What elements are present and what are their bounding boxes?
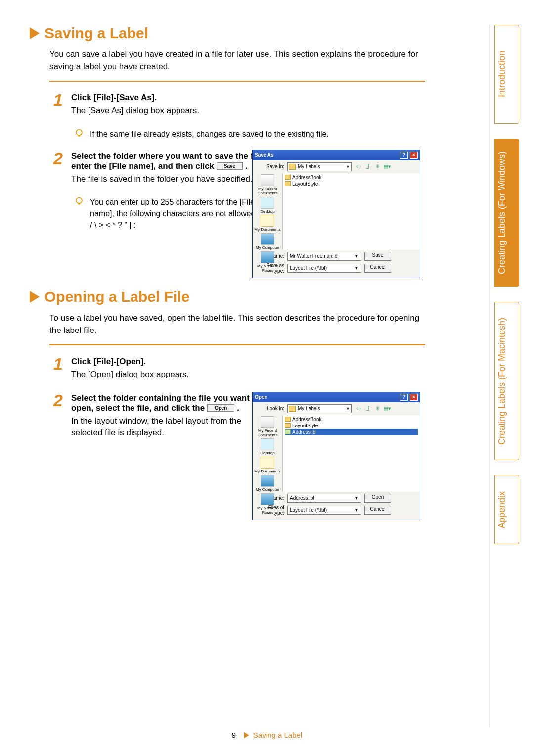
tip-text: You can enter up to 255 characters for t… bbox=[90, 196, 272, 231]
close-icon[interactable]: × bbox=[410, 152, 418, 159]
place-documents[interactable]: My Documents bbox=[254, 457, 280, 474]
dialog-titlebar: Save As ? × bbox=[253, 150, 420, 160]
close-icon[interactable]: × bbox=[410, 394, 418, 401]
back-icon[interactable]: ⇦ bbox=[355, 163, 362, 171]
new-folder-icon[interactable]: ✳ bbox=[373, 405, 381, 413]
list-item[interactable]: AddressBook bbox=[285, 416, 418, 423]
places-bar: My Recent Documents Desktop My Documents… bbox=[253, 173, 282, 250]
step-instruction: Select the folder containing the file yo… bbox=[71, 393, 271, 413]
cancel-button[interactable]: Cancel bbox=[364, 264, 391, 273]
intro-saving: You can save a label you have created in… bbox=[49, 48, 425, 73]
page-content: Saving a Label You can save a label you … bbox=[30, 25, 425, 520]
file-icon bbox=[285, 429, 291, 434]
folder-icon bbox=[285, 181, 291, 186]
svg-point-2 bbox=[76, 197, 82, 203]
opening-step-2: 2 Select the folder containing the file … bbox=[53, 392, 271, 439]
places-bar: My Recent Documents Desktop My Documents… bbox=[253, 415, 282, 492]
file-type-label: Files of type: bbox=[257, 505, 284, 516]
tab-creating-labels-macintosh[interactable]: Creating Labels (For Macintosh) bbox=[494, 302, 519, 460]
file-list[interactable]: AddressBook LayoutStyle bbox=[282, 173, 420, 250]
lightbulb-icon bbox=[74, 196, 85, 208]
list-item[interactable]: AddressBook bbox=[285, 174, 418, 181]
svg-rect-3 bbox=[78, 203, 80, 204]
look-in-label: Look in: bbox=[257, 406, 284, 411]
step-number-icon: 2 bbox=[53, 150, 71, 167]
chevron-down-icon: ▼ bbox=[354, 507, 359, 513]
list-item[interactable]: LayoutStyle bbox=[285, 181, 418, 187]
step-result: In the layout window, the label layout f… bbox=[71, 415, 271, 439]
back-icon[interactable]: ⇦ bbox=[355, 405, 362, 413]
place-recent[interactable]: My Recent Documents bbox=[253, 416, 282, 438]
open-dialog: Open ? × Look in: My Labels ▼ ⇦ ⮥ ✳ ▤▾ bbox=[252, 392, 420, 520]
saving-step-1: 1 Click [File]-[Save As]. The [Save As] … bbox=[53, 92, 425, 117]
folder-icon bbox=[285, 417, 291, 422]
place-recent[interactable]: My Recent Documents bbox=[253, 174, 282, 196]
dialog-title: Open bbox=[255, 394, 267, 400]
file-type-dropdown[interactable]: Layout File (*.lbl)▼ bbox=[287, 506, 361, 515]
step-instruction: Click [File]-[Save As]. bbox=[71, 93, 425, 103]
tip-note: You can enter up to 255 characters for t… bbox=[74, 196, 272, 231]
views-icon[interactable]: ▤▾ bbox=[383, 405, 391, 413]
page-number: 9 bbox=[232, 731, 236, 739]
chevron-down-icon: ▼ bbox=[354, 495, 359, 501]
chapter-tabs: Introduction Creating Labels (For Window… bbox=[494, 25, 519, 544]
svg-rect-1 bbox=[78, 135, 80, 136]
place-computer[interactable]: My Computer bbox=[256, 475, 279, 492]
folder-icon bbox=[285, 423, 291, 428]
file-list[interactable]: AddressBook LayoutStyle Address.lbl bbox=[282, 415, 420, 492]
up-folder-icon[interactable]: ⮥ bbox=[364, 405, 372, 413]
dialog-title: Save As bbox=[255, 152, 274, 158]
save-as-dialog: Save As ? × Save in: My Labels ▼ ⇦ ⮥ ✳ ▤… bbox=[252, 150, 420, 278]
save-in-dropdown[interactable]: My Labels ▼ bbox=[287, 162, 352, 171]
step-instruction: Select the folder where you want to save… bbox=[71, 151, 271, 171]
step-instruction: Click [File]-[Open]. bbox=[71, 357, 425, 367]
heading-opening: Opening a Label File bbox=[30, 288, 425, 305]
save-type-dropdown[interactable]: Layout File (*.lbl)▼ bbox=[287, 264, 361, 273]
help-icon[interactable]: ? bbox=[400, 394, 408, 401]
place-desktop[interactable]: Desktop bbox=[260, 197, 274, 214]
heading-triangle-icon bbox=[30, 27, 40, 39]
footer-breadcrumb[interactable]: Saving a Label bbox=[253, 731, 302, 739]
heading-saving: Saving a Label bbox=[30, 25, 425, 42]
open-button-inline: Open bbox=[207, 404, 235, 412]
svg-point-0 bbox=[76, 129, 82, 135]
step-result: The [Open] dialog box appears. bbox=[71, 369, 425, 381]
tab-introduction[interactable]: Introduction bbox=[494, 25, 519, 124]
chevron-down-icon: ▼ bbox=[354, 265, 359, 271]
lightbulb-icon bbox=[74, 128, 85, 140]
up-folder-icon[interactable]: ⮥ bbox=[364, 163, 372, 171]
save-in-label: Save in: bbox=[257, 164, 284, 169]
section-rule bbox=[49, 81, 425, 82]
chevron-down-icon: ▼ bbox=[354, 253, 359, 259]
saving-step-2: 2 Select the folder where you want to sa… bbox=[53, 150, 271, 186]
new-folder-icon[interactable]: ✳ bbox=[373, 163, 381, 171]
tab-appendix[interactable]: Appendix bbox=[494, 475, 519, 544]
list-item[interactable]: LayoutStyle bbox=[285, 423, 418, 429]
folder-icon bbox=[289, 164, 296, 170]
look-in-dropdown[interactable]: My Labels ▼ bbox=[287, 404, 352, 413]
step-result: The file is saved in the folder you have… bbox=[71, 173, 271, 186]
help-icon[interactable]: ? bbox=[400, 152, 408, 159]
open-button[interactable]: Open bbox=[364, 494, 391, 503]
chevron-down-icon: ▼ bbox=[346, 406, 350, 411]
step-number-icon: 2 bbox=[53, 392, 71, 409]
file-name-field[interactable]: Mr Walter Freeman.lbl▼ bbox=[287, 252, 361, 261]
list-item[interactable]: Address.lbl bbox=[285, 429, 418, 435]
step-number-icon: 1 bbox=[53, 355, 71, 372]
place-desktop[interactable]: Desktop bbox=[260, 438, 274, 456]
chevron-down-icon: ▼ bbox=[346, 164, 350, 169]
file-name-field[interactable]: Address.lbl▼ bbox=[287, 494, 361, 503]
place-documents[interactable]: My Documents bbox=[254, 215, 280, 232]
views-icon[interactable]: ▤▾ bbox=[383, 163, 391, 171]
tip-text: If the same file already exists, changes… bbox=[90, 128, 329, 140]
place-computer[interactable]: My Computer bbox=[256, 233, 279, 250]
intro-opening: To use a label you have saved, open the … bbox=[49, 312, 425, 336]
save-button-inline: Save bbox=[217, 162, 243, 170]
cancel-button[interactable]: Cancel bbox=[364, 506, 391, 515]
tab-creating-labels-windows[interactable]: Creating Labels (For Windows) bbox=[494, 139, 519, 287]
step-number-icon: 1 bbox=[53, 92, 71, 108]
page-footer: 9 Saving a Label bbox=[0, 731, 534, 739]
footer-triangle-icon bbox=[244, 732, 249, 738]
save-button[interactable]: Save bbox=[364, 252, 391, 261]
tip-note: If the same file already exists, changes… bbox=[74, 128, 425, 140]
